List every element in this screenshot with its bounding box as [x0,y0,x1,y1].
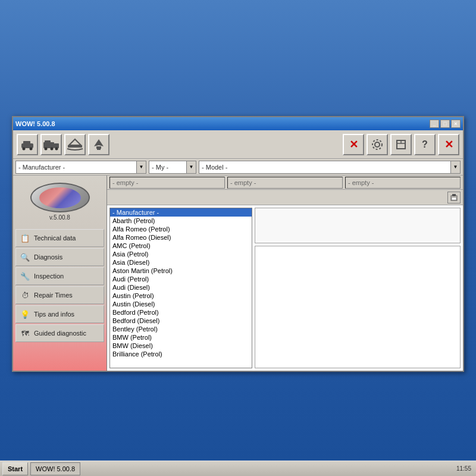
start-label: Start [8,465,23,472]
manufacturer-label: - Manufacturer - [18,164,143,171]
help-button[interactable]: ? [414,134,436,155]
diagnosis-icon: 🔍 [20,252,30,262]
print-icon [450,193,458,202]
plane-toolbar-button[interactable] [88,134,109,155]
exit-button[interactable]: ✕ [438,134,459,155]
svg-rect-20 [452,194,456,196]
taskbar: Start WOW! 5.00.8 11:55 [0,461,476,476]
guided-label: Guided diagnostic [34,330,86,337]
svg-rect-11 [68,145,82,148]
tips-label: Tips and infos [34,311,74,318]
empty-dropdown-3[interactable]: - empty - [345,177,461,189]
svg-rect-21 [452,198,456,200]
manufacturer-list-scroll[interactable]: - Manufacturer -Abarth (Petrol)Alfa Rome… [110,208,252,368]
svg-point-2 [23,147,26,150]
toolbar: ✕ ? ✕ [13,130,463,159]
truck-toolbar-button[interactable] [40,134,62,155]
technical-label: Technical data [34,234,76,242]
guided-icon: 🗺 [20,328,30,339]
sidebar-item-repair[interactable]: ⏱ Repair Times [15,286,104,304]
list-item[interactable]: BMW (Diesel) [110,342,252,350]
start-button[interactable]: Start [2,462,28,475]
list-item[interactable]: Aston Martin (Petrol) [110,267,252,275]
window-title: WOW! 5.00.8 [15,120,55,127]
list-item[interactable]: Brilliance (Petrol) [110,350,252,358]
list-item[interactable]: BMW (Petrol) [110,333,252,342]
list-item[interactable]: Alfa Romeo (Petrol) [110,225,252,233]
svg-rect-12 [96,146,101,149]
main-content-panel: - empty - - empty - - empty - [107,176,463,371]
svg-marker-10 [69,139,81,145]
sidebar-item-diagnosis[interactable]: 🔍 Diagnosis [15,248,104,266]
list-item[interactable]: Bedford (Petrol) [110,308,252,317]
text-area-box[interactable] [255,246,461,368]
list-item[interactable]: Austin (Petrol) [110,292,252,300]
print-icon-button[interactable] [447,192,461,203]
info-box [255,208,461,243]
svg-point-15 [372,140,382,149]
list-item[interactable]: Austin (Diesel) [110,300,252,308]
svg-point-8 [51,147,54,150]
model-dropdown[interactable]: - Model - ▼ [199,161,461,174]
list-item[interactable]: Abarth (Petrol) [110,217,252,225]
right-panels [255,208,461,368]
sidebar-item-tips[interactable]: 💡 Tips and infos [15,305,104,323]
sidebar-item-technical[interactable]: 📋 Technical data [15,229,104,247]
package-button[interactable] [390,134,412,155]
model-label: - Model - [202,164,458,171]
tips-icon: 💡 [20,309,30,320]
list-item[interactable]: Asia (Petrol) [110,250,252,258]
my-dropdown[interactable]: - My - ▼ [149,161,196,174]
model-arrow-icon: ▼ [450,161,460,173]
empty-label-2: - empty - [230,179,256,186]
inspection-label: Inspection [34,273,64,280]
box-icon [395,139,407,151]
car-toolbar-button[interactable] [17,134,38,155]
svg-rect-5 [45,140,51,143]
technical-icon: 📋 [20,233,30,243]
clock: 11:55 [456,465,471,472]
list-item[interactable]: Audi (Petrol) [110,275,252,283]
sidebar-item-inspection[interactable]: 🔧 Inspection [15,267,104,285]
svg-point-7 [45,147,48,150]
taskbar-items: WOW! 5.00.8 [30,462,452,475]
logo-inner [39,187,81,208]
list-item[interactable]: Asia (Diesel) [110,258,252,267]
list-item[interactable]: Bentley (Petrol) [110,325,252,333]
repair-icon: ⏱ [20,290,30,300]
settings-button[interactable] [367,134,388,155]
maximize-button[interactable]: □ [440,120,450,128]
logo-oval [30,183,90,212]
my-arrow-icon: ▼ [186,161,196,173]
boat-icon [67,138,83,151]
svg-point-14 [375,142,380,147]
manufacturer-list: - Manufacturer -Abarth (Petrol)Alfa Rome… [109,208,252,368]
titlebar-controls: _ □ × [430,120,461,128]
list-item[interactable]: Bedford (Diesel) [110,317,252,325]
empty-label-3: - empty - [348,179,374,186]
close-button[interactable]: × [451,120,461,128]
list-item[interactable]: Alfa Romeo (Diesel) [110,233,252,242]
icon-row [107,190,463,205]
close-x-button[interactable]: ✕ [343,134,364,155]
logo-area: v.5.00.8 [15,178,104,226]
empty-dropdown-2[interactable]: - empty - [227,177,343,189]
gear-icon [371,139,383,151]
sidebar-item-guided[interactable]: 🗺 Guided diagnostic [15,324,104,342]
taskbar-app-label: WOW! 5.00.8 [36,465,75,472]
taskbar-app-item[interactable]: WOW! 5.00.8 [30,462,80,475]
minimize-button[interactable]: _ [430,120,439,128]
titlebar: WOW! 5.00.8 _ □ × [13,117,463,130]
empty-dropdown-1[interactable]: - empty - [109,177,225,189]
list-item[interactable]: - Manufacturer - [110,208,252,217]
boat-toolbar-button[interactable] [64,134,86,155]
taskbar-tray: 11:55 [454,465,474,472]
manufacturer-arrow-icon: ▼ [136,161,146,173]
empty-dropdowns-row: - empty - - empty - - empty - [107,176,463,190]
truck-icon [43,139,60,151]
manufacturer-dropdown[interactable]: - Manufacturer - ▼ [15,161,146,174]
list-item[interactable]: Audi (Diesel) [110,283,252,292]
car-icon [20,139,35,151]
list-item[interactable]: AMC (Petrol) [110,242,252,250]
desktop: WOW! 5.00.8 _ □ × [0,0,476,476]
